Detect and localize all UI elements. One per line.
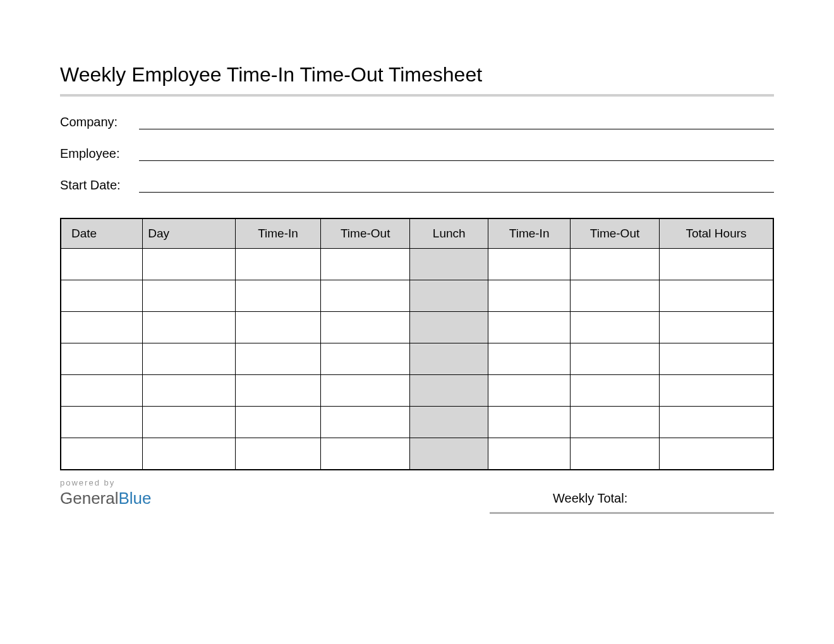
cell-time-out-1[interactable] — [321, 407, 410, 438]
cell-total-hours[interactable] — [660, 249, 774, 280]
cell-lunch[interactable] — [410, 249, 488, 280]
cell-total-hours[interactable] — [660, 312, 774, 343]
cell-lunch[interactable] — [410, 438, 488, 470]
cell-day[interactable] — [143, 280, 236, 312]
company-label: Company: — [60, 115, 139, 129]
cell-time-out-2[interactable] — [571, 407, 660, 438]
employee-label: Employee: — [60, 146, 139, 161]
cell-date[interactable] — [61, 280, 143, 312]
header-day: Day — [143, 218, 236, 249]
header-time-in-1: Time-In — [235, 218, 320, 249]
header-time-out-2: Time-Out — [571, 218, 660, 249]
cell-day[interactable] — [143, 375, 236, 407]
cell-date[interactable] — [61, 343, 143, 375]
header-time-in-2: Time-In — [488, 218, 571, 249]
table-row — [61, 280, 773, 312]
cell-time-in-2[interactable] — [488, 280, 571, 312]
cell-time-in-2[interactable] — [488, 343, 571, 375]
weekly-total-value[interactable] — [632, 489, 774, 506]
cell-time-in-2[interactable] — [488, 312, 571, 343]
cell-time-in-2[interactable] — [488, 375, 571, 407]
start-date-label: Start Date: — [60, 178, 139, 193]
cell-day[interactable] — [143, 407, 236, 438]
cell-time-in-1[interactable] — [235, 375, 320, 407]
table-row — [61, 407, 773, 438]
company-input-line[interactable] — [139, 114, 774, 129]
cell-total-hours[interactable] — [660, 280, 774, 312]
table-row — [61, 343, 773, 375]
company-row: Company: — [60, 114, 774, 129]
cell-time-in-2[interactable] — [488, 438, 571, 470]
cell-time-in-1[interactable] — [235, 438, 320, 470]
table-row — [61, 312, 773, 343]
cell-date[interactable] — [61, 438, 143, 470]
logo-block: powered by GeneralBlue — [60, 478, 152, 508]
employee-row: Employee: — [60, 146, 774, 161]
cell-date[interactable] — [61, 312, 143, 343]
powered-by-text: powered by — [60, 478, 152, 487]
cell-time-out-1[interactable] — [321, 375, 410, 407]
cell-day[interactable] — [143, 312, 236, 343]
cell-time-out-2[interactable] — [571, 280, 660, 312]
cell-time-out-2[interactable] — [571, 375, 660, 407]
cell-total-hours[interactable] — [660, 375, 774, 407]
header-total-hours: Total Hours — [660, 218, 774, 249]
cell-time-out-1[interactable] — [321, 312, 410, 343]
cell-time-out-1[interactable] — [321, 438, 410, 470]
cell-time-in-1[interactable] — [235, 249, 320, 280]
logo-part-blue: Blue — [119, 489, 152, 508]
info-section: Company: Employee: Start Date: — [60, 114, 774, 193]
cell-time-in-1[interactable] — [235, 343, 320, 375]
weekly-total-divider — [490, 512, 774, 514]
cell-time-out-2[interactable] — [571, 438, 660, 470]
cell-time-out-2[interactable] — [571, 343, 660, 375]
table-row — [61, 375, 773, 407]
start-date-row: Start Date: — [60, 177, 774, 193]
cell-time-in-2[interactable] — [488, 407, 571, 438]
cell-lunch[interactable] — [410, 280, 488, 312]
header-time-out-1: Time-Out — [321, 218, 410, 249]
cell-total-hours[interactable] — [660, 343, 774, 375]
cell-date[interactable] — [61, 375, 143, 407]
cell-total-hours[interactable] — [660, 438, 774, 470]
cell-day[interactable] — [143, 249, 236, 280]
table-row — [61, 438, 773, 470]
header-lunch: Lunch — [410, 218, 488, 249]
cell-time-out-1[interactable] — [321, 280, 410, 312]
cell-time-in-1[interactable] — [235, 312, 320, 343]
start-date-input-line[interactable] — [139, 177, 774, 193]
cell-time-in-1[interactable] — [235, 407, 320, 438]
weekly-total-block: Weekly Total: — [490, 478, 774, 514]
cell-day[interactable] — [143, 438, 236, 470]
cell-lunch[interactable] — [410, 343, 488, 375]
title-divider — [60, 94, 774, 97]
table-header-row: Date Day Time-In Time-Out Lunch Time-In … — [61, 218, 773, 249]
header-date: Date — [61, 218, 143, 249]
logo-part-general: General — [60, 489, 119, 508]
cell-lunch[interactable] — [410, 312, 488, 343]
table-row — [61, 249, 773, 280]
cell-time-out-2[interactable] — [571, 312, 660, 343]
cell-date[interactable] — [61, 407, 143, 438]
cell-total-hours[interactable] — [660, 407, 774, 438]
cell-time-out-1[interactable] — [321, 343, 410, 375]
cell-lunch[interactable] — [410, 407, 488, 438]
cell-time-out-2[interactable] — [571, 249, 660, 280]
cell-time-in-1[interactable] — [235, 280, 320, 312]
logo-text: GeneralBlue — [60, 489, 152, 508]
employee-input-line[interactable] — [139, 146, 774, 161]
footer-area: powered by GeneralBlue Weekly Total: — [60, 478, 774, 514]
cell-time-in-2[interactable] — [488, 249, 571, 280]
cell-date[interactable] — [61, 249, 143, 280]
weekly-total-label: Weekly Total: — [490, 491, 627, 506]
document-title: Weekly Employee Time-In Time-Out Timeshe… — [60, 63, 774, 86]
timesheet-table: Date Day Time-In Time-Out Lunch Time-In … — [60, 218, 774, 470]
cell-lunch[interactable] — [410, 375, 488, 407]
cell-time-out-1[interactable] — [321, 249, 410, 280]
cell-day[interactable] — [143, 343, 236, 375]
